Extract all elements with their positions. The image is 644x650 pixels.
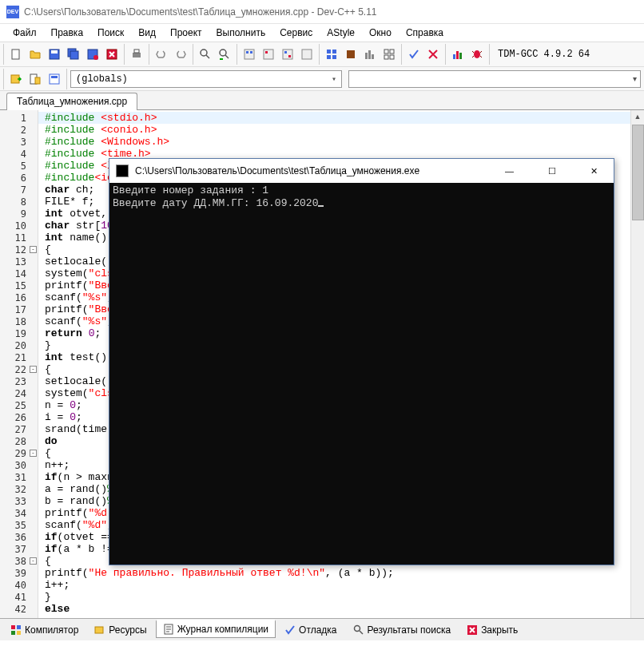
- fold-icon[interactable]: -: [30, 450, 37, 457]
- console-titlebar[interactable]: C:\Users\Пользователь\Documents\test\Таб…: [109, 159, 614, 183]
- chart-icon[interactable]: [449, 46, 467, 63]
- vertical-scrollbar[interactable]: ▲: [630, 110, 644, 618]
- gutter: 123456789101112-13141516171819202122-232…: [0, 110, 38, 618]
- bookmark-icon[interactable]: [26, 70, 44, 88]
- tab-compiler[interactable]: Компилятор: [3, 621, 85, 639]
- tab-resources[interactable]: Ресурсы: [87, 621, 153, 639]
- profile-icon[interactable]: [361, 46, 379, 63]
- menu-edit[interactable]: Правка: [45, 26, 90, 40]
- print-icon[interactable]: [128, 46, 145, 63]
- stop-icon[interactable]: [342, 46, 360, 63]
- toggle-icon[interactable]: [46, 70, 63, 88]
- menu-search[interactable]: Поиск: [91, 26, 130, 40]
- close-icon[interactable]: [103, 46, 121, 63]
- fold-icon[interactable]: -: [30, 366, 37, 373]
- svg-rect-28: [372, 54, 374, 59]
- symbol-combo[interactable]: ▾: [348, 70, 641, 88]
- menu-service[interactable]: Сервис: [273, 26, 319, 40]
- app-icon: DEV: [6, 6, 19, 18]
- svg-rect-22: [332, 50, 336, 54]
- search-icon: [353, 624, 364, 636]
- save-icon[interactable]: [46, 46, 63, 63]
- run-icon[interactable]: [260, 46, 277, 63]
- close-x-icon: [467, 624, 478, 636]
- line-number: 5: [0, 160, 38, 172]
- svg-rect-33: [453, 54, 455, 59]
- scroll-up-icon[interactable]: ▲: [631, 110, 644, 124]
- undo-icon[interactable]: [153, 46, 170, 63]
- find-icon[interactable]: [197, 46, 214, 63]
- line-number: 33: [0, 495, 38, 507]
- code-line[interactable]: #include <Windows.h>: [38, 136, 644, 148]
- svg-rect-31: [384, 55, 388, 59]
- svg-rect-18: [284, 51, 287, 54]
- compile-run-icon[interactable]: [279, 46, 296, 63]
- rebuild-icon[interactable]: [298, 46, 316, 63]
- line-number: 39: [0, 567, 38, 579]
- code-line[interactable]: printf("Не правильно. Правильный ответ %…: [38, 567, 644, 579]
- layout-icon[interactable]: [380, 46, 398, 63]
- scrollbar-thumb[interactable]: [632, 125, 644, 220]
- line-number: 8: [0, 196, 38, 208]
- code-line[interactable]: #include <stdio.h>: [38, 112, 644, 124]
- line-number: 27: [0, 423, 38, 435]
- menu-file[interactable]: Файл: [6, 26, 43, 40]
- redo-icon[interactable]: [172, 46, 189, 63]
- goto-icon[interactable]: [7, 70, 25, 88]
- code-line[interactable]: #include <conio.h>: [38, 124, 644, 136]
- line-number: 15: [0, 279, 38, 291]
- minimize-button[interactable]: —: [491, 160, 527, 182]
- tab-close-label: Закрыть: [481, 624, 518, 636]
- title-text: C:\Users\Пользователь\Documents\test\Таб…: [24, 6, 377, 18]
- menu-astyle[interactable]: AStyle: [320, 26, 361, 40]
- maximize-button[interactable]: ☐: [534, 160, 570, 182]
- tab-file[interactable]: Таблица_умножения.cpp: [6, 93, 137, 110]
- replace-icon[interactable]: [216, 46, 233, 63]
- tab-results[interactable]: Результаты поиска: [346, 621, 459, 639]
- title-bar: DEV C:\Users\Пользователь\Documents\test…: [0, 0, 644, 24]
- code-line[interactable]: }: [38, 591, 644, 603]
- bug-icon[interactable]: [468, 46, 486, 63]
- toolbar-2: (globals) ▾ ▾: [0, 67, 644, 91]
- line-number: 35: [0, 519, 38, 531]
- code-line[interactable]: else: [38, 603, 644, 615]
- open-file-icon[interactable]: [26, 46, 44, 63]
- tab-debug[interactable]: Отладка: [277, 621, 344, 639]
- line-number: 11: [0, 232, 38, 244]
- line-number: 9: [0, 208, 38, 220]
- line-number: 36: [0, 531, 38, 543]
- compile-icon[interactable]: [241, 46, 258, 63]
- close-button[interactable]: ✕: [576, 160, 612, 182]
- globals-combo[interactable]: (globals) ▾: [70, 70, 342, 88]
- console-output[interactable]: Введите номер задания : 1 Введите дату Д…: [109, 183, 614, 565]
- menu-run[interactable]: Выполнить: [210, 26, 272, 40]
- menu-window[interactable]: Окно: [363, 26, 398, 40]
- svg-rect-35: [459, 53, 462, 59]
- menu-help[interactable]: Справка: [400, 26, 450, 40]
- new-file-icon[interactable]: [7, 46, 25, 63]
- tab-log[interactable]: Журнал компиляции: [156, 620, 276, 638]
- cursor-icon: [318, 205, 324, 207]
- svg-rect-23: [327, 55, 331, 59]
- tab-close[interactable]: Закрыть: [459, 621, 525, 639]
- resources-icon: [94, 624, 105, 636]
- fold-icon[interactable]: -: [30, 557, 37, 565]
- cancel-icon[interactable]: [424, 46, 442, 63]
- code-line[interactable]: i++;: [38, 579, 644, 591]
- line-number: 14: [0, 268, 38, 279]
- compiler-selector[interactable]: TDM-GCC 4.9.2 64: [493, 47, 594, 61]
- debug-icon[interactable]: [323, 46, 340, 63]
- svg-rect-24: [332, 55, 336, 59]
- svg-rect-16: [265, 51, 268, 54]
- save-all-icon[interactable]: [65, 46, 82, 63]
- svg-rect-12: [244, 50, 254, 59]
- menu-project[interactable]: Проект: [164, 26, 209, 40]
- check-icon[interactable]: [405, 46, 423, 63]
- toolbar: TDM-GCC 4.9.2 64: [0, 42, 644, 67]
- line-number: 26: [0, 411, 38, 423]
- fold-icon[interactable]: -: [30, 246, 37, 253]
- save-as-icon[interactable]: [84, 46, 101, 63]
- svg-rect-44: [11, 631, 15, 635]
- menu-view[interactable]: Вид: [132, 26, 162, 40]
- svg-rect-8: [133, 53, 141, 57]
